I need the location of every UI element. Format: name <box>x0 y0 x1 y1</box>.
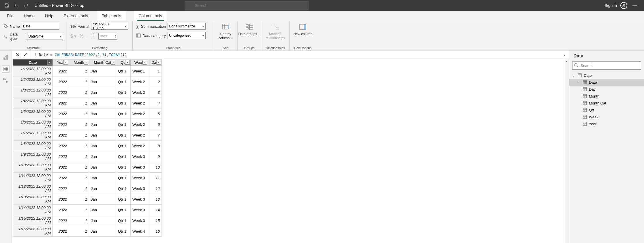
tree-field[interactable]: fxDay <box>569 86 644 93</box>
column-filter-icon[interactable]: ▾ <box>84 60 88 65</box>
cell[interactable]: Qtr 1 <box>116 205 131 215</box>
table-row[interactable]: 1/5/2022 12:00:00 AM20221JanQtr 1Week 25 <box>13 109 162 119</box>
table-row[interactable]: 1/4/2022 12:00:00 AM20221JanQtr 1Week 24 <box>13 98 162 109</box>
cell[interactable]: 1/7/2022 12:00:00 AM <box>13 130 53 141</box>
cell[interactable]: 2022 <box>53 109 69 119</box>
cell[interactable]: 1/2/2022 12:00:00 AM <box>13 76 53 87</box>
cell[interactable]: 15 <box>148 215 162 226</box>
manage-relationships-button[interactable]: Manage relationships <box>264 23 287 40</box>
cancel-formula-icon[interactable]: ✕ <box>16 52 20 58</box>
column-name-input[interactable] <box>22 23 59 30</box>
cell[interactable]: 2022 <box>53 130 69 141</box>
cell[interactable]: Jan <box>89 119 116 130</box>
redo-icon[interactable] <box>23 2 29 9</box>
cell[interactable]: 10 <box>148 162 162 173</box>
cell[interactable]: 1/10/2022 12:00:00 AM <box>13 162 53 173</box>
cell[interactable]: 1 <box>69 162 89 173</box>
cell[interactable]: 2022 <box>53 194 69 205</box>
table-row[interactable]: 1/11/2022 12:00:00 AM20221JanQtr 1Week 3… <box>13 173 162 183</box>
cell[interactable]: Jan <box>89 194 116 205</box>
column-header[interactable]: Month Cat▾ <box>89 59 116 66</box>
cell[interactable]: 1 <box>69 151 89 162</box>
tree-table[interactable]: ⌄Date <box>569 72 644 79</box>
formula-bar[interactable]: ✕ ✓ 1 Date = CALENDAR(DATE(2022,1,1),TOD… <box>12 51 569 59</box>
cell[interactable]: 1/5/2022 12:00:00 AM <box>13 109 53 119</box>
cell[interactable]: 9 <box>148 151 162 162</box>
cell[interactable]: Week 3 <box>131 183 148 194</box>
cell[interactable]: 2022 <box>53 66 69 76</box>
collapse-icon[interactable]: ⌄ <box>572 74 576 77</box>
tab-table-tools[interactable]: Table tools <box>97 11 126 20</box>
cell[interactable]: Week 3 <box>131 205 148 215</box>
tree-field[interactable]: fxQtr <box>569 106 644 113</box>
tab-column-tools[interactable]: Column tools <box>134 11 167 20</box>
table-row[interactable]: 1/3/2022 12:00:00 AM20221JanQtr 1Week 23 <box>13 87 162 98</box>
tree-field[interactable]: fxMonth <box>569 93 644 100</box>
cell[interactable]: 2 <box>148 76 162 87</box>
column-header[interactable]: Date▾ <box>13 59 53 66</box>
tab-file[interactable]: File <box>6 11 15 20</box>
cell[interactable]: 1/12/2022 12:00:00 AM <box>13 183 53 194</box>
new-column-button[interactable]: New column <box>292 23 314 36</box>
cell[interactable]: Qtr 1 <box>116 226 131 237</box>
tab-external-tools[interactable]: External tools <box>63 11 89 20</box>
cell[interactable]: 2022 <box>53 215 69 226</box>
table-row[interactable]: 1/16/2022 12:00:00 AM20221JanQtr 1Week 4… <box>13 226 162 237</box>
undo-icon[interactable] <box>13 2 20 9</box>
cell[interactable]: 1 <box>69 119 89 130</box>
cell[interactable]: Qtr 1 <box>116 130 131 141</box>
cell[interactable]: Week 3 <box>131 194 148 205</box>
cell[interactable]: Week 2 <box>131 109 148 119</box>
comma-format-button[interactable]: , <box>87 33 88 39</box>
cell[interactable]: Jan <box>89 141 116 151</box>
table-row[interactable]: 1/13/2022 12:00:00 AM20221JanQtr 1Week 3… <box>13 194 162 205</box>
vertical-scrollbar[interactable]: ▴ <box>565 59 569 243</box>
cell[interactable]: 1 <box>69 141 89 151</box>
cell[interactable]: 5 <box>148 109 162 119</box>
cell[interactable]: 16 <box>148 226 162 237</box>
cell[interactable]: Jan <box>89 162 116 173</box>
cell[interactable]: 1/9/2022 12:00:00 AM <box>13 151 53 162</box>
column-header[interactable]: Qtr▾ <box>116 59 131 66</box>
cell[interactable]: 2022 <box>53 98 69 109</box>
cell[interactable]: Week 3 <box>131 215 148 226</box>
cell[interactable]: Qtr 1 <box>116 98 131 109</box>
cell[interactable]: Qtr 1 <box>116 215 131 226</box>
cell[interactable]: 2022 <box>53 119 69 130</box>
cell[interactable]: Jan <box>89 130 116 141</box>
table-row[interactable]: 1/6/2022 12:00:00 AM20221JanQtr 1Week 26 <box>13 119 162 130</box>
column-filter-icon[interactable]: ▾ <box>156 60 161 65</box>
cell[interactable]: 1/16/2022 12:00:00 AM <box>13 226 53 237</box>
cell[interactable]: 1/13/2022 12:00:00 AM <box>13 194 53 205</box>
cell[interactable]: Jan <box>89 98 116 109</box>
cell[interactable]: 1/11/2022 12:00:00 AM <box>13 173 53 183</box>
cell[interactable]: Qtr 1 <box>116 66 131 76</box>
cell[interactable]: Qtr 1 <box>116 119 131 130</box>
cell[interactable]: Jan <box>89 66 116 76</box>
cell[interactable]: 1 <box>69 109 89 119</box>
cell[interactable]: 7 <box>148 130 162 141</box>
currency-format-button[interactable]: $ ▾ <box>70 33 76 39</box>
decimal-format-button[interactable]: .00→.0 <box>91 32 95 40</box>
formula-text[interactable]: Date = CALENDAR(DATE(2022,1,1),TODAY()) <box>39 53 127 57</box>
cell[interactable]: Jan <box>89 226 116 237</box>
tree-field[interactable]: fxWeek <box>569 113 644 120</box>
cell[interactable]: 1 <box>69 215 89 226</box>
cell[interactable]: Qtr 1 <box>116 183 131 194</box>
column-header[interactable]: Week▾ <box>131 59 148 66</box>
cell[interactable]: Qtr 1 <box>116 151 131 162</box>
cell[interactable]: 1 <box>69 183 89 194</box>
cell[interactable]: 1 <box>69 205 89 215</box>
cell[interactable]: 1 <box>69 76 89 87</box>
cell[interactable]: Jan <box>89 215 116 226</box>
field-search-input[interactable] <box>572 61 641 70</box>
cell[interactable]: 11 <box>148 173 162 183</box>
column-filter-icon[interactable]: ▾ <box>111 60 115 65</box>
cell[interactable]: 1 <box>148 66 162 76</box>
cell[interactable]: 2022 <box>53 226 69 237</box>
cell[interactable]: 1 <box>69 194 89 205</box>
cell[interactable]: 1/1/2022 12:00:00 AM <box>13 66 53 76</box>
global-search[interactable] <box>185 1 309 10</box>
cell[interactable]: Week 3 <box>131 151 148 162</box>
cell[interactable]: 1/6/2022 12:00:00 AM <box>13 119 53 130</box>
